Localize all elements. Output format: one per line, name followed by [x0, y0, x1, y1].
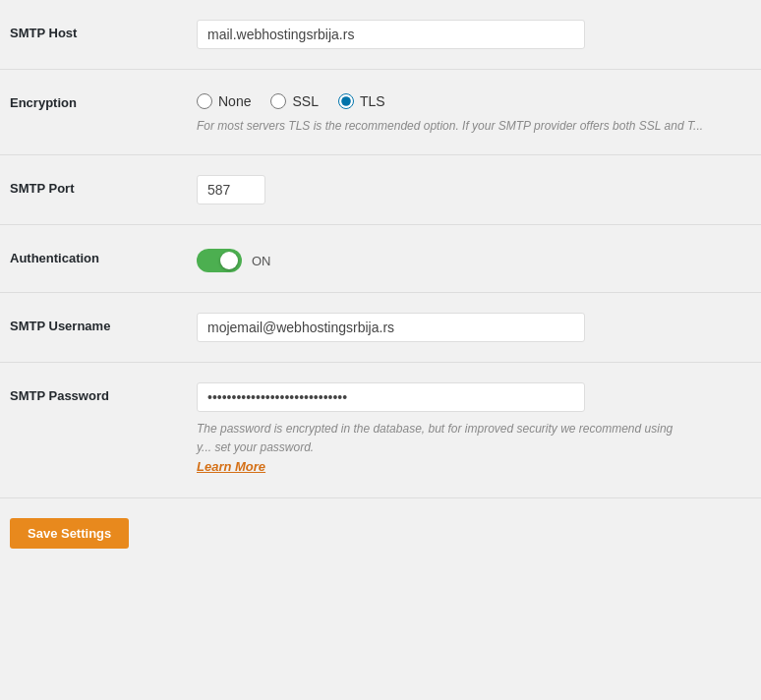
authentication-toggle[interactable] [197, 249, 242, 272]
encryption-ssl-radio[interactable] [270, 93, 286, 109]
smtp-port-label: SMTP Port [10, 175, 197, 196]
encryption-radio-group: None SSL TLS [197, 89, 751, 109]
smtp-port-input[interactable] [197, 175, 265, 204]
encryption-none-option[interactable]: None [197, 93, 251, 109]
encryption-ssl-option[interactable]: SSL [270, 93, 318, 109]
save-row: Save Settings [0, 498, 761, 568]
encryption-control: None SSL TLS For most servers TLS is the… [197, 89, 751, 135]
smtp-password-hint: The password is encrypted in the databas… [197, 420, 688, 478]
smtp-username-input[interactable] [197, 313, 585, 342]
password-hint-text: The password is encrypted in the databas… [197, 422, 673, 454]
smtp-port-row: SMTP Port [0, 155, 761, 225]
authentication-on-label: ON [252, 254, 271, 268]
encryption-row: Encryption None SSL TLS For most servers… [0, 70, 761, 155]
authentication-label: Authentication [10, 245, 197, 265]
smtp-port-control [197, 175, 751, 204]
smtp-host-row: SMTP Host [0, 0, 761, 70]
authentication-row: Authentication ON [0, 225, 761, 293]
smtp-host-control [197, 20, 751, 49]
smtp-password-row: SMTP Password The password is encrypted … [0, 363, 761, 498]
encryption-tls-radio[interactable] [338, 93, 354, 109]
smtp-host-label: SMTP Host [10, 20, 197, 40]
encryption-hint: For most servers TLS is the recommended … [197, 117, 751, 135]
encryption-label: Encryption [10, 89, 197, 110]
encryption-none-label: None [218, 93, 251, 109]
smtp-username-control [197, 313, 751, 342]
encryption-none-radio[interactable] [197, 93, 212, 109]
smtp-password-label: SMTP Password [10, 382, 197, 403]
encryption-ssl-label: SSL [292, 93, 318, 109]
toggle-slider [197, 249, 242, 272]
smtp-password-control: The password is encrypted in the databas… [197, 382, 751, 478]
encryption-tls-option[interactable]: TLS [338, 93, 385, 109]
toggle-wrapper: ON [197, 245, 751, 272]
settings-container: SMTP Host Encryption None SSL TLS [0, 0, 761, 700]
smtp-username-row: SMTP Username [0, 293, 761, 363]
smtp-username-label: SMTP Username [10, 313, 197, 333]
encryption-tls-label: TLS [360, 93, 385, 109]
save-settings-button[interactable]: Save Settings [10, 518, 129, 549]
smtp-host-input[interactable] [197, 20, 585, 49]
learn-more-link[interactable]: Learn More [197, 459, 265, 474]
authentication-control: ON [197, 245, 751, 272]
smtp-password-input[interactable] [197, 382, 585, 412]
